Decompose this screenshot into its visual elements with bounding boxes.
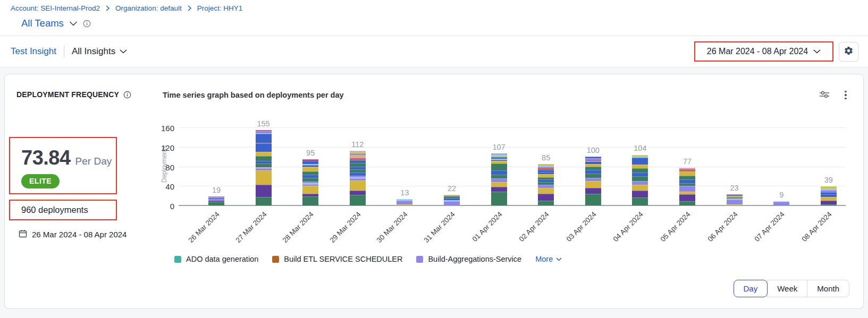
bar-segment (256, 134, 272, 143)
bar-segment (208, 202, 224, 205)
chart-title: Time series graph based on deployments p… (163, 91, 344, 99)
insight-name-link[interactable]: Test Insight (11, 46, 56, 57)
chevron-right-icon (105, 5, 110, 11)
x-axis-label: 30 Mar 2024 (363, 210, 409, 257)
bar-segment (585, 174, 601, 177)
chart-plot: 040801201601926 Mar 202415527 Mar 202495… (179, 122, 846, 206)
x-axis-label: 08 Apr 2024 (786, 210, 833, 257)
info-icon[interactable] (83, 20, 91, 28)
chart-legend: ADO data generation Build ETL SERVICE SC… (174, 255, 562, 263)
all-insights-dropdown[interactable]: All Insights (72, 46, 127, 57)
y-axis-tick: 120 (153, 143, 174, 152)
y-axis-tick: 80 (153, 163, 174, 172)
chart-bar[interactable] (444, 195, 460, 205)
bar-value-label: 100 (577, 146, 609, 154)
bar-value-label: 112 (342, 140, 374, 149)
settings-button[interactable] (839, 42, 858, 62)
bar-value-label: 13 (389, 188, 420, 197)
bar-segment (773, 202, 789, 205)
chart-bar[interactable] (491, 153, 507, 205)
bar-value-label: 95 (294, 149, 326, 157)
legend-item[interactable]: Build-Aggregations-Service (416, 255, 521, 263)
chart-bar[interactable] (538, 164, 554, 205)
insight-bar: Test Insight All Insights 26 Mar 2024 - … (0, 36, 868, 67)
sliders-icon (819, 89, 830, 101)
bar-value-label: 9 (765, 191, 797, 199)
granularity-month-button[interactable]: Month (807, 280, 849, 297)
bar-value-label: 104 (624, 144, 656, 152)
chart-bar[interactable] (208, 196, 224, 205)
bar-segment (491, 182, 507, 187)
bar-segment (302, 178, 318, 182)
bar-segment (256, 143, 272, 152)
x-axis-label: 31 Mar 2024 (409, 210, 456, 257)
bar-segment (350, 181, 366, 190)
bar-segment (256, 152, 272, 156)
chart-bar[interactable] (727, 194, 743, 205)
chart-bar[interactable] (632, 155, 648, 205)
chart-bar[interactable] (821, 186, 837, 205)
chart-bar[interactable] (256, 130, 272, 205)
chevron-down-icon (556, 257, 562, 261)
chart-bar[interactable] (585, 157, 601, 205)
filter-settings-button[interactable] (817, 88, 832, 102)
bar-segment (821, 201, 837, 204)
x-axis-label: 03 Apr 2024 (551, 210, 597, 257)
x-axis-label: 02 Apr 2024 (503, 210, 550, 257)
info-icon[interactable] (123, 91, 131, 99)
date-range-picker[interactable]: 26 Mar 2024 - 08 Apr 2024 (694, 41, 833, 62)
x-axis-label: 28 Mar 2024 (268, 210, 315, 257)
total-annotation-box: 960 deployments (9, 200, 117, 220)
chevron-down-icon (813, 49, 821, 54)
bar-segment (821, 204, 837, 205)
chart-bar[interactable] (397, 199, 412, 205)
bar-segment (350, 191, 366, 195)
bar-segment (350, 163, 366, 167)
chart-bar[interactable] (350, 151, 366, 205)
content-area: DEPLOYMENT FREQUENCY Time series graph b… (0, 67, 868, 318)
x-axis-label: 27 Mar 2024 (221, 210, 268, 257)
bar-segment (679, 201, 695, 205)
x-axis-baseline (179, 205, 846, 206)
chart-bar[interactable] (679, 168, 695, 205)
bar-segment (585, 170, 601, 174)
bar-segment (256, 197, 272, 205)
legend-item[interactable]: Build ETL SERVICE SCHEDULER (272, 255, 402, 263)
granularity-day-button[interactable]: Day (734, 280, 768, 297)
bar-segment (538, 194, 554, 201)
breadcrumb: Account: SEI-Internal-Prod2 Organization… (11, 4, 868, 12)
bar-segment (397, 201, 412, 204)
legend-label: Build ETL SERVICE SCHEDULER (284, 255, 402, 263)
bar-value-label: 22 (436, 184, 468, 193)
bar-segment (256, 156, 272, 160)
gear-icon (844, 46, 854, 57)
x-axis-label: 06 Apr 2024 (692, 210, 739, 257)
kebab-menu-button[interactable] (840, 88, 851, 102)
team-selector-label[interactable]: All Teams (21, 18, 64, 29)
bar-segment (632, 181, 648, 185)
bar-segment (585, 188, 601, 194)
all-insights-label: All Insights (72, 46, 115, 57)
y-axis-tick: 40 (153, 182, 174, 191)
team-selector[interactable]: All Teams (21, 18, 868, 29)
breadcrumb-project-link[interactable]: Project: HHY1 (197, 4, 243, 12)
bar-segment (727, 204, 743, 205)
metric-value: 73.84 (21, 147, 71, 169)
breadcrumb-account-link[interactable]: Account: SEI-Internal-Prod2 (11, 4, 100, 12)
breadcrumb-organization-link[interactable]: Organization: default (115, 4, 182, 12)
chevron-down-icon[interactable] (69, 21, 78, 26)
bar-segment (585, 181, 601, 188)
bar-segment (679, 194, 695, 201)
granularity-week-button[interactable]: Week (767, 280, 807, 297)
chart-bar[interactable] (302, 159, 318, 205)
granularity-toggle: Day Week Month (734, 280, 849, 297)
bar-segment (585, 194, 601, 205)
bar-segment (679, 176, 695, 179)
bar-segment (491, 170, 507, 175)
chart-bar[interactable] (773, 201, 789, 205)
y-axis-tick: 0 (153, 202, 174, 211)
bar-segment (679, 186, 695, 192)
bar-segment (256, 170, 272, 185)
legend-item[interactable]: ADO data generation (174, 255, 258, 263)
legend-more-link[interactable]: More (535, 255, 562, 263)
